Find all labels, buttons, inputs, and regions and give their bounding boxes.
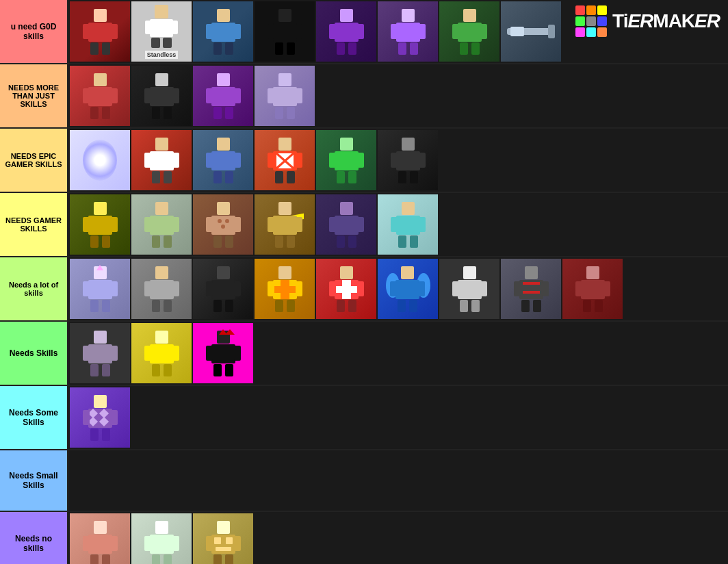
svg-rect-150: [150, 280, 174, 299]
svg-rect-94: [337, 171, 345, 183]
svg-rect-168: [287, 300, 295, 312]
tier-item: [70, 1, 130, 62]
tier-label-c: NEEDS GAMER SKILLS: [0, 193, 68, 256]
svg-rect-191: [525, 266, 538, 279]
svg-rect-55: [152, 107, 160, 119]
tier-items-d: [68, 257, 728, 320]
svg-rect-126: [268, 217, 274, 232]
svg-rect-246: [164, 554, 172, 564]
tier-item: [70, 259, 130, 319]
svg-rect-22: [275, 42, 283, 55]
tier-item: [70, 194, 130, 255]
svg-rect-236: [88, 535, 112, 554]
svg-rect-235: [94, 521, 107, 534]
svg-point-117: [225, 219, 229, 223]
svg-rect-242: [150, 535, 174, 554]
svg-rect-218: [211, 344, 235, 363]
svg-rect-62: [225, 107, 233, 119]
svg-rect-180: [395, 280, 419, 299]
svg-rect-252: [206, 536, 213, 551]
tier-row-b: NEEDS EPIC GAMER SKILLS: [0, 129, 728, 193]
tier-item: [439, 1, 499, 62]
svg-rect-199: [586, 266, 599, 279]
svg-rect-164: [273, 286, 297, 293]
svg-rect-132: [329, 217, 336, 232]
tier-item: [193, 66, 253, 126]
svg-rect-53: [144, 88, 151, 103]
svg-rect-185: [463, 266, 476, 279]
svg-rect-92: [329, 153, 336, 168]
tier-item: [562, 259, 623, 319]
svg-rect-45: [94, 73, 107, 86]
svg-rect-159: [213, 300, 222, 312]
svg-rect-64: [273, 87, 297, 106]
svg-rect-44: [510, 27, 524, 36]
svg-rect-79: [213, 171, 222, 183]
tier-row-d: Needs a lot of skills: [0, 257, 728, 322]
svg-rect-134: [337, 235, 345, 248]
svg-rect-224: [225, 364, 233, 376]
svg-rect-157: [206, 281, 213, 296]
tier-item: [193, 323, 253, 383]
svg-rect-122: [225, 235, 233, 248]
svg-rect-223: [213, 364, 222, 376]
svg-rect-131: [335, 216, 359, 235]
svg-rect-5: [102, 42, 110, 55]
svg-rect-166: [296, 281, 302, 296]
svg-rect-98: [391, 153, 398, 168]
svg-rect-4: [90, 42, 99, 55]
svg-rect-35: [410, 42, 418, 55]
svg-rect-200: [581, 280, 605, 299]
svg-rect-52: [150, 87, 174, 106]
svg-rect-29: [348, 42, 356, 55]
tier-item: [193, 130, 253, 190]
svg-rect-21: [296, 24, 302, 39]
svg-rect-3: [111, 24, 118, 39]
logo-grid: [575, 5, 607, 37]
tier-items-a: [68, 64, 728, 127]
tier-row-f: Needs Some Skills: [0, 386, 728, 450]
svg-rect-63: [278, 73, 291, 86]
svg-rect-90: [340, 138, 353, 151]
svg-rect-81: [278, 138, 291, 151]
svg-rect-182: [418, 281, 425, 296]
tier-item: [255, 1, 315, 62]
svg-rect-97: [396, 151, 420, 170]
svg-rect-240: [102, 554, 110, 564]
svg-rect-184: [409, 300, 417, 312]
svg-rect-7: [150, 19, 173, 37]
svg-rect-99: [419, 153, 426, 168]
svg-rect-244: [172, 536, 179, 551]
svg-rect-8: [145, 21, 151, 34]
tier-item: [501, 259, 561, 319]
svg-rect-239: [90, 554, 99, 564]
svg-rect-86: [268, 153, 274, 168]
tier-item: [378, 130, 438, 190]
svg-rect-172: [340, 266, 353, 279]
svg-rect-93: [357, 153, 364, 168]
svg-rect-36: [463, 9, 476, 22]
svg-rect-138: [391, 217, 398, 232]
svg-rect-147: [90, 300, 99, 312]
svg-rect-20: [268, 24, 274, 39]
tier-row-h: Needs no skills: [0, 512, 728, 564]
standless-label: Standless: [145, 51, 179, 59]
svg-rect-12: [217, 9, 230, 22]
svg-rect-254: [213, 554, 222, 564]
svg-rect-175: [337, 300, 345, 312]
tier-label-e: Needs Skills: [0, 322, 68, 385]
tier-item: [378, 194, 438, 255]
tier-item: [70, 387, 130, 448]
svg-rect-39: [480, 24, 487, 39]
tier-item: [193, 1, 253, 62]
svg-rect-137: [396, 216, 420, 235]
tier-item: [70, 66, 130, 126]
svg-rect-10: [151, 38, 160, 48]
tier-item: [70, 513, 130, 564]
svg-rect-186: [458, 280, 482, 299]
svg-rect-245: [152, 554, 160, 564]
tier-row-g: Needs Small Skills: [0, 450, 728, 512]
svg-rect-253: [234, 536, 241, 551]
svg-rect-133: [357, 217, 364, 232]
tier-items-e: [68, 322, 728, 385]
